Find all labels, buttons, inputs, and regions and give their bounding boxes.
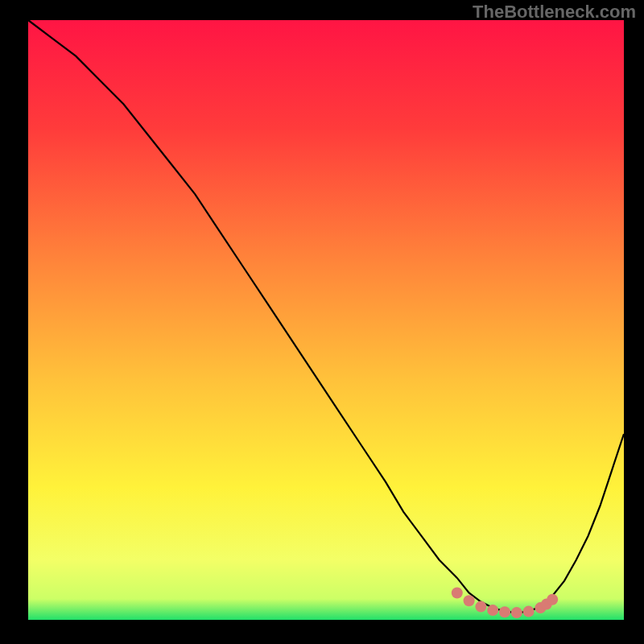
highlight-dot — [511, 607, 522, 618]
highlight-dot — [547, 594, 558, 605]
chart-plot-area — [28, 20, 624, 620]
highlight-dot — [487, 605, 498, 616]
highlight-dot — [499, 606, 510, 617]
chart-svg — [0, 0, 644, 644]
highlight-dot — [464, 595, 475, 606]
chart-container: TheBottleneck.com — [0, 0, 644, 644]
highlight-dot — [475, 601, 486, 613]
highlight-dot — [523, 606, 535, 617]
watermark-text: TheBottleneck.com — [473, 2, 636, 23]
highlight-dot — [452, 588, 463, 599]
